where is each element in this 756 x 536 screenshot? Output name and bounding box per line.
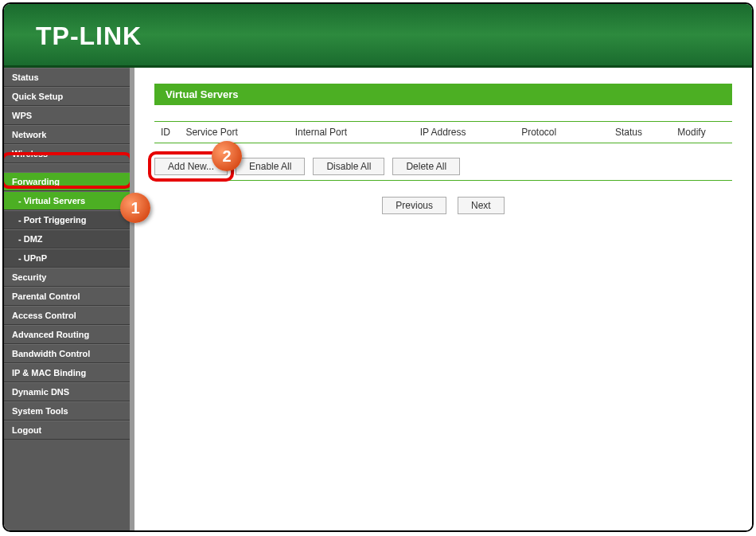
sidebar-filler xyxy=(4,440,130,530)
brand-logo: TP-LINK xyxy=(4,4,752,51)
sidebar-sub-dmz[interactable]: - DMZ xyxy=(4,229,130,248)
disable-all-button[interactable]: Disable All xyxy=(313,158,384,175)
callout-1: 1 xyxy=(120,193,150,223)
next-button[interactable]: Next xyxy=(458,197,505,214)
main-container: Status Quick Setup WPS Network Wireless … xyxy=(4,68,752,530)
sidebar-item-status[interactable]: Status xyxy=(4,68,130,87)
sidebar-item-access-control[interactable]: Access Control xyxy=(4,306,130,325)
app-frame: TP-LINK Status Quick Setup WPS Network W… xyxy=(2,2,754,532)
sidebar: Status Quick Setup WPS Network Wireless … xyxy=(4,68,134,530)
col-header-protocol: Protocol xyxy=(521,127,615,138)
sidebar-item-ip-mac-binding[interactable]: IP & MAC Binding xyxy=(4,363,130,382)
sidebar-sub-upnp[interactable]: - UPnP xyxy=(4,248,130,268)
sidebar-item-parental-control[interactable]: Parental Control xyxy=(4,287,130,306)
sidebar-item-dynamic-dns[interactable]: Dynamic DNS xyxy=(4,382,130,401)
sidebar-item-forwarding[interactable]: Forwarding xyxy=(4,172,130,191)
previous-button[interactable]: Previous xyxy=(382,197,446,214)
pager-row: Previous Next xyxy=(154,197,732,214)
sidebar-item-advanced-routing[interactable]: Advanced Routing xyxy=(4,325,130,344)
col-header-modify: Modify xyxy=(677,127,732,138)
col-header-status: Status xyxy=(615,127,677,138)
col-header-id: ID xyxy=(154,127,185,138)
col-header-ip-address: IP Address xyxy=(420,127,522,138)
page-title: Virtual Servers xyxy=(154,84,732,105)
content-area: Virtual Servers ID Service Port Internal… xyxy=(134,68,752,530)
sidebar-item-dhcp-cutoff xyxy=(4,163,130,172)
col-header-internal-port: Internal Port xyxy=(295,127,420,138)
table-header-row: ID Service Port Internal Port IP Address… xyxy=(154,121,732,143)
sidebar-item-bandwidth-control[interactable]: Bandwidth Control xyxy=(4,344,130,363)
sidebar-item-wps[interactable]: WPS xyxy=(4,106,130,125)
sidebar-item-wireless[interactable]: Wireless xyxy=(4,144,130,163)
enable-all-button[interactable]: Enable All xyxy=(236,158,305,175)
sidebar-item-security[interactable]: Security xyxy=(4,268,130,287)
sidebar-item-system-tools[interactable]: System Tools xyxy=(4,401,130,421)
brand-text: TP-LINK xyxy=(36,22,142,50)
sidebar-sub-port-triggering[interactable]: - Port Triggering xyxy=(4,210,130,229)
sidebar-item-network[interactable]: Network xyxy=(4,125,130,144)
sidebar-item-logout[interactable]: Logout xyxy=(4,421,130,440)
callout-2: 2 xyxy=(212,141,242,171)
delete-all-button[interactable]: Delete All xyxy=(392,158,460,175)
col-header-service-port: Service Port xyxy=(185,127,294,138)
header: TP-LINK xyxy=(4,4,752,68)
sidebar-sub-virtual-servers[interactable]: - Virtual Servers xyxy=(4,191,130,210)
sidebar-item-quick-setup[interactable]: Quick Setup xyxy=(4,87,130,106)
